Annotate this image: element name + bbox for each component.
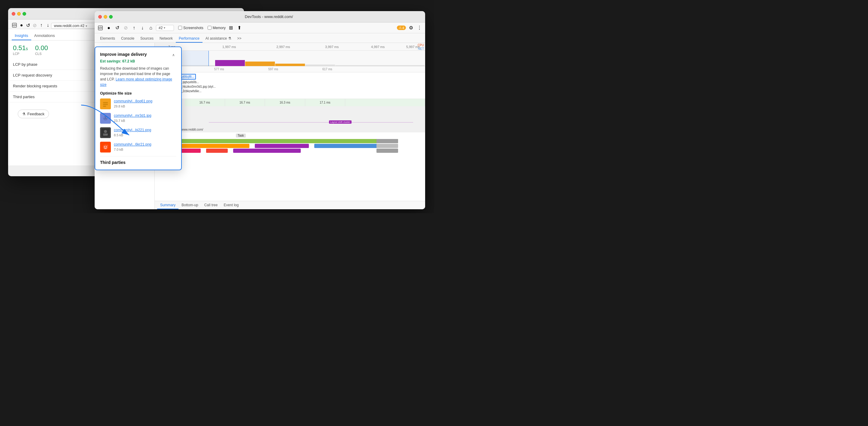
screenshots-check-front[interactable] — [178, 26, 182, 30]
network-item-2[interactable]: communityIcon_qqtvyeb0b... — [156, 80, 424, 85]
file-info-2: communityI...mr3d1.jpg 23.7 kB — [114, 113, 151, 123]
popup-card: Improve image delivery ∧ Est savings: 67… — [95, 46, 182, 170]
title-bar-front: DevTools - www.reddit.com/ — [95, 11, 425, 23]
lcp-label-back: LCP — [13, 52, 28, 56]
popup-section-title: Optimize file size — [100, 91, 176, 95]
url-dropdown-icon-back[interactable]: ▾ — [86, 24, 87, 28]
popup-file-item-4: communityI...6kr21.png 7.0 kB — [100, 142, 176, 153]
feedback-label-back: Feedback — [27, 112, 44, 116]
main-row-front: ▼ Main — https://www.reddit.com/ — [155, 126, 425, 132]
svg-rect-4 — [103, 104, 108, 105]
insight-render-blocking-back[interactable]: Render blocking requests — [8, 81, 96, 92]
svg-point-16 — [104, 146, 105, 148]
elements-tab-front[interactable]: Elements — [97, 35, 118, 43]
calltree-tab-front[interactable]: Call tree — [201, 201, 221, 209]
file-size-3: 8.5 kB — [114, 133, 123, 137]
sources-tab-front[interactable]: Sources — [137, 35, 157, 43]
popup-savings: Est savings: 67.2 kB — [100, 59, 176, 63]
more-items-label: ... — [156, 93, 424, 97]
task-label-front: Task — [236, 134, 246, 137]
insight-third-parties-back[interactable]: Third parties — [8, 92, 96, 102]
main-nav-front: ● ↺ ⊘ ↑ ↓ ⌂ #2 ▾ Screenshots Memory ⊞ ⬆ … — [95, 23, 425, 33]
screenshots-label-front: Screenshots — [183, 26, 204, 30]
insights-tab-back[interactable]: Insights — [12, 32, 31, 40]
record-icon-front[interactable]: ● — [105, 25, 112, 31]
metrics-back: 0.51s LCP 0.00 CLS — [8, 40, 96, 59]
minimize-button-back[interactable] — [17, 12, 21, 15]
network-icon-front[interactable]: ⬆ — [236, 25, 243, 31]
warn-badge-front[interactable]: ⚠ 4 — [397, 26, 406, 30]
ai-tab-front[interactable]: AI assistance ⚗ — [203, 35, 234, 43]
settings-icon-front[interactable]: ⚙ — [408, 25, 414, 31]
bottomup-tab-front[interactable]: Bottom-up — [179, 201, 201, 209]
maximize-button-front[interactable] — [109, 15, 113, 19]
feedback-icon-back: ⚗ — [22, 112, 26, 116]
file-link-1[interactable]: communityI...8oq61.png — [114, 99, 152, 103]
file-thumb-1 — [100, 98, 111, 109]
home-icon-front[interactable]: ⌂ — [148, 25, 154, 31]
screenshots-front: Screenshots — [178, 26, 204, 30]
insight-lcp-phase-back[interactable]: LCP by phase — [8, 59, 96, 70]
close-button-back[interactable] — [12, 12, 15, 15]
frame-cell-1: 16.7 ms — [185, 99, 225, 106]
upload-icon-front[interactable]: ↑ — [131, 25, 137, 31]
url-dropdown-icon-front[interactable]: ▾ — [164, 26, 165, 29]
download-icon-front[interactable]: ↓ — [139, 25, 146, 31]
url-bar-front[interactable]: #2 ▾ — [156, 25, 174, 31]
popup-close-button[interactable]: ∧ — [170, 52, 176, 58]
network-item-4[interactable]: communityIcon_2cbkzwfs6kr... — [156, 89, 424, 93]
popup-description: Reducing the download time of images can… — [100, 66, 176, 87]
svg-text:LOOP: LOOP — [103, 134, 108, 136]
upload-icon-back: ↑ — [38, 22, 45, 29]
popup-file-item-2: communityI...mr3d1.jpg 23.7 kB — [100, 113, 176, 124]
file-link-2[interactable]: communityI...mr3d1.jpg — [114, 113, 151, 118]
summary-tab-front[interactable]: Summary — [157, 201, 179, 209]
ruler-front: 7 ms 1,997 ms 2,997 ms 3,997 ms 4,997 ms… — [155, 43, 425, 51]
reload-icon-front[interactable]: ↺ — [114, 25, 121, 31]
ruler-4997: 4,997 ms — [371, 45, 384, 48]
file-thumb-4 — [100, 142, 111, 153]
popup-title: Improve image delivery — [100, 52, 147, 57]
annotations-tab-back[interactable]: Annotations — [31, 32, 58, 40]
file-thumb-3: LOOP — [100, 127, 111, 138]
file-size-1: 29.8 kB — [114, 104, 125, 108]
more-icon-front[interactable]: ⋮ — [416, 25, 423, 31]
insight-lcp-discovery-back[interactable]: LCP request discovery — [8, 70, 96, 81]
file-link-4[interactable]: communityI...6kr21.png — [114, 142, 151, 146]
console-tab-front[interactable]: Console — [118, 35, 137, 43]
lcp-metric-back: 0.51s LCP — [13, 44, 28, 56]
devtools-icon-front — [97, 25, 104, 31]
file-info-3: communityI...bj221.png 8.5 kB — [114, 128, 151, 137]
network-item-3[interactable]: communityIcon_hlczkoi3mr3d1.jpg (styl... — [156, 85, 424, 89]
animations-row-front: ▶ Animations — [155, 106, 425, 113]
perf-icon-front[interactable]: ⊞ — [227, 25, 234, 31]
frame-cell-3: 16.3 ms — [265, 99, 305, 106]
svg-point-9 — [106, 117, 107, 118]
close-button-front[interactable] — [98, 15, 102, 19]
feedback-button-back[interactable]: ⚗ Feedback — [18, 109, 49, 118]
memory-check-front[interactable] — [208, 26, 212, 30]
file-thumb-2 — [100, 113, 111, 124]
stop-icon-front[interactable]: ⊘ — [122, 25, 129, 31]
stop-icon-back: ⊘ — [32, 22, 38, 29]
maximize-button-back[interactable] — [23, 12, 26, 15]
more-tabs-front[interactable]: >> — [234, 35, 245, 43]
ruler-1997: 1,997 ms — [222, 45, 236, 48]
file-size-2: 23.7 kB — [114, 119, 125, 123]
svg-rect-3 — [103, 102, 108, 103]
performance-tab-front[interactable]: Performance — [176, 35, 203, 43]
sub-ruler-front: 557 ms 577 ms 597 ms 617 ms — [155, 66, 425, 72]
svg-point-8 — [104, 117, 105, 118]
url-text-front: #2 — [159, 26, 162, 30]
eventlog-tab-front[interactable]: Event log — [220, 201, 242, 209]
minimize-button-front[interactable] — [104, 15, 107, 19]
frame-cell-5 — [345, 99, 425, 106]
traffic-lights-back — [12, 12, 26, 15]
layout-shifts-row-front: Layout shifts Layout shift cluster — [155, 120, 425, 126]
svg-point-17 — [106, 146, 107, 148]
svg-rect-5 — [103, 106, 106, 107]
network-items-front: communityIcon_9yj66cjf8... communityIcon… — [155, 72, 425, 99]
file-link-3[interactable]: communityI...bj221.png — [114, 128, 151, 132]
network-tab-front[interactable]: Network — [157, 35, 176, 43]
url-bar-back[interactable]: www.reddit.com #2 ▾ — [51, 23, 99, 29]
